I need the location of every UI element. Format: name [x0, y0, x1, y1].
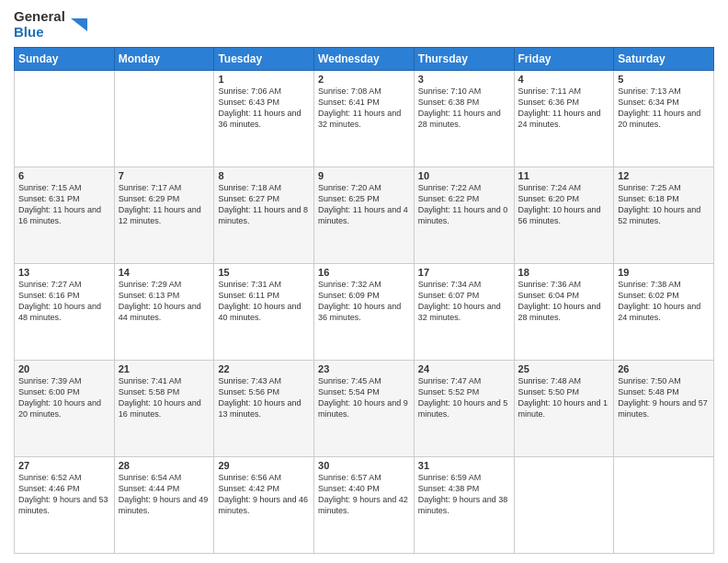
day-number: 19 [618, 267, 710, 278]
day-info: Sunrise: 7:32 AM Sunset: 6:09 PM Dayligh… [318, 279, 410, 324]
day-info: Sunrise: 7:45 AM Sunset: 5:54 PM Dayligh… [318, 375, 410, 420]
calendar-cell: 24Sunrise: 7:47 AM Sunset: 5:52 PM Dayli… [414, 361, 514, 457]
day-number: 31 [418, 460, 510, 471]
calendar-cell: 18Sunrise: 7:36 AM Sunset: 6:04 PM Dayli… [514, 264, 614, 361]
calendar-cell: 30Sunrise: 6:57 AM Sunset: 4:40 PM Dayli… [314, 457, 415, 554]
day-number: 25 [518, 363, 610, 374]
day-info: Sunrise: 6:57 AM Sunset: 4:40 PM Dayligh… [318, 472, 410, 517]
calendar-cell: 7Sunrise: 7:17 AM Sunset: 6:29 PM Daylig… [114, 167, 214, 264]
day-number: 7 [119, 170, 210, 181]
logo-blue: Blue [14, 25, 65, 40]
day-number: 29 [218, 460, 310, 471]
day-info: Sunrise: 7:50 AM Sunset: 5:48 PM Dayligh… [618, 375, 710, 420]
calendar-cell: 27Sunrise: 6:52 AM Sunset: 4:46 PM Dayli… [15, 457, 115, 554]
day-number: 1 [218, 74, 310, 85]
header: General Blue [14, 9, 714, 40]
day-number: 22 [218, 363, 310, 374]
weekday-header-saturday: Saturday [614, 48, 714, 71]
day-number: 27 [18, 460, 110, 471]
day-info: Sunrise: 7:38 AM Sunset: 6:02 PM Dayligh… [618, 279, 710, 324]
day-number: 2 [318, 74, 410, 85]
calendar-cell: 23Sunrise: 7:45 AM Sunset: 5:54 PM Dayli… [314, 361, 415, 457]
calendar-cell: 1Sunrise: 7:06 AM Sunset: 6:43 PM Daylig… [214, 71, 314, 167]
day-info: Sunrise: 7:31 AM Sunset: 6:11 PM Dayligh… [218, 279, 310, 324]
day-number: 21 [119, 363, 210, 374]
day-number: 30 [318, 460, 410, 471]
calendar-cell: 19Sunrise: 7:38 AM Sunset: 6:02 PM Dayli… [614, 264, 714, 361]
calendar-cell: 11Sunrise: 7:24 AM Sunset: 6:20 PM Dayli… [514, 167, 614, 264]
calendar-cell: 2Sunrise: 7:08 AM Sunset: 6:41 PM Daylig… [314, 71, 415, 167]
calendar-cell: 17Sunrise: 7:34 AM Sunset: 6:07 PM Dayli… [414, 264, 514, 361]
calendar-cell [15, 71, 115, 167]
day-info: Sunrise: 7:43 AM Sunset: 5:56 PM Dayligh… [218, 375, 310, 420]
calendar-cell: 25Sunrise: 7:48 AM Sunset: 5:50 PM Dayli… [514, 361, 614, 457]
day-info: Sunrise: 7:47 AM Sunset: 5:52 PM Dayligh… [418, 375, 510, 420]
day-number: 6 [18, 170, 110, 181]
calendar-cell: 13Sunrise: 7:27 AM Sunset: 6:16 PM Dayli… [15, 264, 115, 361]
day-info: Sunrise: 7:36 AM Sunset: 6:04 PM Dayligh… [518, 279, 610, 324]
day-number: 18 [518, 267, 610, 278]
day-number: 16 [318, 267, 410, 278]
day-number: 28 [119, 460, 210, 471]
calendar-cell: 4Sunrise: 7:11 AM Sunset: 6:36 PM Daylig… [514, 71, 614, 167]
calendar-cell: 6Sunrise: 7:15 AM Sunset: 6:31 PM Daylig… [15, 167, 115, 264]
day-info: Sunrise: 7:11 AM Sunset: 6:36 PM Dayligh… [518, 86, 610, 131]
logo-triangle-icon [69, 15, 89, 35]
calendar-cell: 28Sunrise: 6:54 AM Sunset: 4:44 PM Dayli… [114, 457, 214, 554]
calendar-cell: 16Sunrise: 7:32 AM Sunset: 6:09 PM Dayli… [314, 264, 415, 361]
day-number: 14 [119, 267, 210, 278]
day-number: 11 [518, 170, 610, 181]
day-number: 3 [418, 74, 510, 85]
day-number: 13 [18, 267, 110, 278]
day-info: Sunrise: 7:17 AM Sunset: 6:29 PM Dayligh… [119, 182, 210, 227]
day-number: 12 [618, 170, 710, 181]
svg-marker-0 [71, 18, 87, 31]
day-number: 20 [18, 363, 110, 374]
calendar-cell: 5Sunrise: 7:13 AM Sunset: 6:34 PM Daylig… [614, 71, 714, 167]
calendar-cell: 20Sunrise: 7:39 AM Sunset: 6:00 PM Dayli… [15, 361, 115, 457]
day-number: 24 [418, 363, 510, 374]
logo: General Blue [14, 9, 89, 40]
weekday-header-friday: Friday [514, 48, 614, 71]
day-info: Sunrise: 7:39 AM Sunset: 6:00 PM Dayligh… [18, 375, 110, 420]
calendar-cell: 21Sunrise: 7:41 AM Sunset: 5:58 PM Dayli… [114, 361, 214, 457]
calendar-cell: 31Sunrise: 6:59 AM Sunset: 4:38 PM Dayli… [414, 457, 514, 554]
day-info: Sunrise: 7:18 AM Sunset: 6:27 PM Dayligh… [218, 182, 310, 227]
day-number: 23 [318, 363, 410, 374]
day-info: Sunrise: 7:13 AM Sunset: 6:34 PM Dayligh… [618, 86, 710, 131]
day-number: 10 [418, 170, 510, 181]
day-info: Sunrise: 7:41 AM Sunset: 5:58 PM Dayligh… [119, 375, 210, 420]
calendar-page: General Blue SundayMondayTuesdayWednesda… [0, 0, 728, 563]
weekday-header-sunday: Sunday [15, 48, 115, 71]
day-number: 4 [518, 74, 610, 85]
calendar-cell [114, 71, 214, 167]
day-info: Sunrise: 7:48 AM Sunset: 5:50 PM Dayligh… [518, 375, 610, 420]
calendar-cell: 26Sunrise: 7:50 AM Sunset: 5:48 PM Dayli… [614, 361, 714, 457]
calendar-cell: 10Sunrise: 7:22 AM Sunset: 6:22 PM Dayli… [414, 167, 514, 264]
day-info: Sunrise: 7:29 AM Sunset: 6:13 PM Dayligh… [119, 279, 210, 324]
day-info: Sunrise: 7:34 AM Sunset: 6:07 PM Dayligh… [418, 279, 510, 324]
day-info: Sunrise: 6:54 AM Sunset: 4:44 PM Dayligh… [119, 472, 210, 517]
weekday-header-thursday: Thursday [414, 48, 514, 71]
day-number: 15 [218, 267, 310, 278]
calendar-cell: 9Sunrise: 7:20 AM Sunset: 6:25 PM Daylig… [314, 167, 415, 264]
day-number: 26 [618, 363, 710, 374]
day-info: Sunrise: 7:08 AM Sunset: 6:41 PM Dayligh… [318, 86, 410, 131]
calendar-cell [614, 457, 714, 554]
day-info: Sunrise: 7:22 AM Sunset: 6:22 PM Dayligh… [418, 182, 510, 227]
calendar-cell: 15Sunrise: 7:31 AM Sunset: 6:11 PM Dayli… [214, 264, 314, 361]
day-info: Sunrise: 7:20 AM Sunset: 6:25 PM Dayligh… [318, 182, 410, 227]
day-info: Sunrise: 6:56 AM Sunset: 4:42 PM Dayligh… [218, 472, 310, 517]
day-info: Sunrise: 6:59 AM Sunset: 4:38 PM Dayligh… [418, 472, 510, 517]
day-info: Sunrise: 7:24 AM Sunset: 6:20 PM Dayligh… [518, 182, 610, 227]
calendar-cell: 14Sunrise: 7:29 AM Sunset: 6:13 PM Dayli… [114, 264, 214, 361]
day-number: 9 [318, 170, 410, 181]
calendar-cell: 12Sunrise: 7:25 AM Sunset: 6:18 PM Dayli… [614, 167, 714, 264]
day-info: Sunrise: 7:06 AM Sunset: 6:43 PM Dayligh… [218, 86, 310, 131]
day-number: 17 [418, 267, 510, 278]
weekday-header-monday: Monday [114, 48, 214, 71]
logo-general: General [14, 9, 65, 25]
weekday-header-wednesday: Wednesday [314, 48, 415, 71]
day-info: Sunrise: 6:52 AM Sunset: 4:46 PM Dayligh… [18, 472, 110, 517]
calendar-cell: 29Sunrise: 6:56 AM Sunset: 4:42 PM Dayli… [214, 457, 314, 554]
